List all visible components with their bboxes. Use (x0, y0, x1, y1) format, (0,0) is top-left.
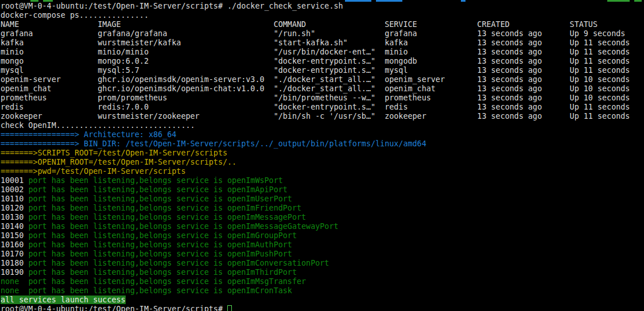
table-row-text: grafana grafana/grafana "/run.sh" grafan… (1, 29, 625, 38)
table-row-text: openim-server ghcr.io/openimsdk/openim-s… (1, 75, 630, 84)
compose-ps-line: docker-compose ps............... (1, 11, 644, 20)
table-row: grafana grafana/grafana "/run.sh" grafan… (1, 29, 644, 38)
table-row-text: prometheus prom/prometheus "/bin/prometh… (1, 94, 630, 102)
table-row-text: zookeeper wurstmeister/zookeeper "/bin/s… (1, 112, 630, 120)
port-check-line-text: port has been listening,belongs service … (28, 277, 306, 286)
bin-dir-line: ================> BIN_DIR: /test/Open-IM… (1, 139, 644, 149)
port-check-line: 10140 port has been listening,belongs se… (1, 222, 644, 231)
port-check-line-text: 10180 (1, 259, 28, 267)
port-check-line-text: port has been listening,belongs service … (28, 286, 292, 295)
table-row: openim-server ghcr.io/openimsdk/openim-s… (1, 75, 644, 84)
port-check-line-text: port has been listening,belongs service … (28, 240, 292, 249)
table-row: kafka wurstmeister/kafka "start-kafka.sh… (1, 38, 644, 48)
port-check-line: 10170 port has been listening,belongs se… (1, 250, 644, 259)
table-header-row: NAME IMAGE COMMAND SERVICE CREATED STATU… (1, 20, 644, 29)
port-check-line: none port has been listening,belongs ser… (1, 277, 644, 286)
table-row-text: mongo mongo:6.0.2 "docker-entrypoint.s…"… (1, 57, 630, 65)
shell-prompt-line: root@VM-0-4-ubuntu:/test/Open-IM-Server/… (1, 2, 644, 11)
success-line-text: all services launch success (1, 296, 126, 304)
table-row-text: redis redis:7.0.0 "docker-entrypoint.s…"… (1, 103, 630, 111)
port-check-line-text: 10150 (1, 231, 28, 240)
table-row: mongo mongo:6.0.2 "docker-entrypoint.s…"… (1, 57, 644, 66)
table-row: openim_chat ghcr.io/openimsdk/openim-cha… (1, 84, 644, 94)
architecture-line-text: ================> Architecture: x86_64 (1, 130, 176, 139)
port-check-line-text: port has been listening,belongs service … (28, 268, 297, 277)
port-check-line: 10180 port has been listening,belongs se… (1, 259, 644, 268)
scripts-root-line-text: =======>SCRIPTS_ROOT=/test/Open-IM-Serve… (1, 149, 227, 157)
compose-ps-line-text: docker-compose ps............... (1, 11, 149, 20)
openim-root-line-text: =======>OPENIM_ROOT=/test/Open-IM-Server… (1, 158, 236, 166)
table-row: zookeeper wurstmeister/zookeeper "/bin/s… (1, 112, 644, 121)
port-check-line: 10190 port has been listening,belongs se… (1, 268, 644, 277)
port-check-line-text: port has been listening,belongs service … (28, 176, 282, 185)
port-check-line: 10150 port has been listening,belongs se… (1, 231, 644, 240)
table-row: redis redis:7.0.0 "docker-entrypoint.s…"… (1, 103, 644, 112)
architecture-line: ================> Architecture: x86_64 (1, 130, 644, 139)
port-check-line-text: port has been listening,belongs service … (28, 213, 306, 221)
port-check-line: 10001 port has been listening,belongs se… (1, 176, 644, 185)
port-check-line: 10130 port has been listening,belongs se… (1, 213, 644, 222)
port-check-line-text: 10140 (1, 222, 28, 231)
table-row: prometheus prom/prometheus "/bin/prometh… (1, 94, 644, 103)
port-check-line-text: none (1, 277, 28, 286)
port-check-line-text: 10001 (1, 176, 28, 185)
port-check-line-text: 10110 (1, 195, 28, 203)
table-row-text: mysql mysql:5.7 "docker-entrypoint.s…" m… (1, 66, 630, 75)
port-check-line-text: port has been listening,belongs service … (28, 195, 292, 203)
scripts-root-line: =======>SCRIPTS_ROOT=/test/Open-IM-Serve… (1, 149, 644, 158)
port-check-line-text: 10170 (1, 250, 28, 258)
pwd-line-text: =======>pwd=/test/Open-IM-Server/scripts (1, 167, 185, 176)
table-row-text: minio minio/minio "/usr/bin/docker-ent…"… (1, 48, 630, 56)
table-row: mysql mysql:5.7 "docker-entrypoint.s…" m… (1, 66, 644, 75)
terminal-cursor[interactable] (227, 305, 232, 311)
port-check-line-text: port has been listening,belongs service … (28, 250, 292, 258)
table-row-text: kafka wurstmeister/kafka "start-kafka.sh… (1, 38, 630, 47)
port-check-line-text: none (1, 286, 28, 295)
success-line: all services launch success (1, 296, 644, 305)
check-openim-line-text: check OpenIM............................… (1, 121, 195, 130)
port-check-line: 10160 port has been listening,belongs se… (1, 240, 644, 250)
check-openim-line: check OpenIM............................… (1, 121, 644, 130)
port-check-line-text: port has been listening,belongs service … (28, 231, 297, 240)
port-check-line-text: 10190 (1, 268, 28, 277)
table-header-row-text: NAME IMAGE COMMAND SERVICE CREATED STATU… (1, 20, 598, 29)
port-check-line: 10120 port has been listening,belongs se… (1, 204, 644, 213)
port-check-line: 10002 port has been listening,belongs se… (1, 185, 644, 195)
shell-prompt-line: root@VM-0-4-ubuntu:/test/Open-IM-Server/… (1, 305, 644, 311)
port-check-line-text: 10130 (1, 213, 28, 221)
openim-root-line: =======>OPENIM_ROOT=/test/Open-IM-Server… (1, 158, 644, 167)
port-check-line: none port has been listening,belongs ser… (1, 286, 644, 296)
port-check-line-text: 10160 (1, 240, 28, 249)
port-check-line-text: port has been listening,belongs service … (28, 204, 301, 212)
pwd-line: =======>pwd=/test/Open-IM-Server/scripts (1, 167, 644, 176)
shell-prompt-line-text: root@VM-0-4-ubuntu:/test/Open-IM-Server/… (1, 305, 227, 311)
port-check-line: 10110 port has been listening,belongs se… (1, 195, 644, 204)
table-row: minio minio/minio "/usr/bin/docker-ent…"… (1, 48, 644, 57)
shell-prompt-line-text: root@VM-0-4-ubuntu:/test/Open-IM-Server/… (1, 2, 343, 10)
bin-dir-line-text: ================> BIN_DIR: /test/Open-IM… (1, 139, 426, 148)
port-check-line-text: 10002 (1, 185, 28, 194)
port-check-line-text: port has been listening,belongs service … (28, 222, 338, 231)
port-check-line-text: port has been listening,belongs service … (28, 185, 287, 194)
terminal-output: root@VM-0-4-ubuntu:/test/Open-IM-Server/… (1, 2, 644, 311)
port-check-line-text: 10120 (1, 204, 28, 212)
port-check-line-text: port has been listening,belongs service … (28, 259, 329, 267)
table-row-text: openim_chat ghcr.io/openimsdk/openim-cha… (1, 84, 630, 93)
